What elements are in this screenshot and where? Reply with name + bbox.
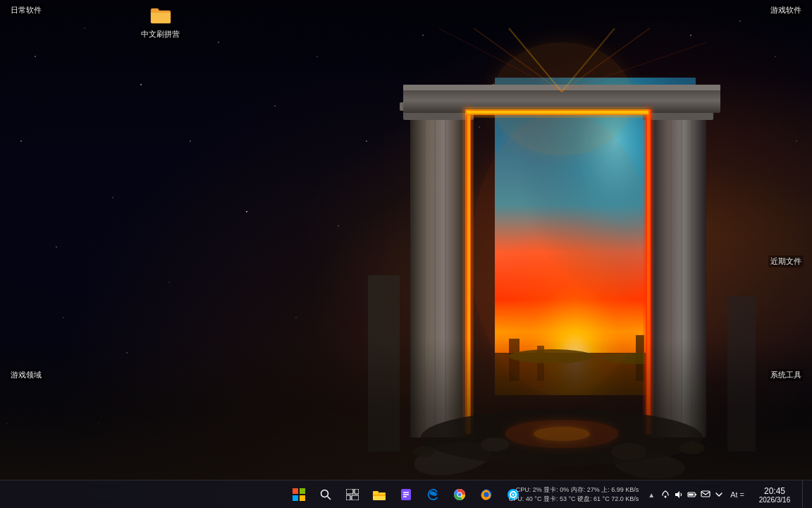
svg-point-16 [63, 317, 63, 318]
svg-line-83 [328, 496, 331, 500]
svg-point-15 [126, 352, 128, 353]
svg-rect-80 [293, 495, 298, 501]
input-method-text: At = [730, 490, 744, 499]
taskview-button[interactable] [340, 482, 365, 507]
taskbar: CPU: 2% 显卡: 0% 内存: 27% 上: 6.99 KB/s CPU:… [0, 480, 812, 508]
search-button[interactable] [313, 482, 338, 507]
svg-rect-87 [352, 495, 359, 500]
tray-message-icon[interactable] [700, 489, 711, 500]
desktop-icon-game-zone[interactable]: 游戏领域 [7, 368, 99, 382]
clock-area[interactable]: 20:45 2026/3/16 [750, 486, 799, 504]
svg-point-23 [739, 20, 741, 22]
desktop-icon-diary-software[interactable]: 日常软件 [7, 3, 99, 18]
tray-icons [660, 489, 725, 500]
tray-network-icon[interactable] [660, 489, 671, 500]
chrome-button[interactable] [447, 482, 472, 507]
desktop-icon-games-software[interactable]: 游戏软件 [713, 3, 805, 18]
svg-point-13 [246, 211, 247, 212]
tray-volume-icon[interactable] [673, 489, 684, 500]
svg-point-1 [84, 28, 85, 28]
svg-point-18 [338, 225, 338, 226]
show-desktop-button[interactable] [802, 480, 806, 508]
notepad-button[interactable] [393, 482, 419, 507]
svg-rect-58 [647, 109, 650, 434]
svg-marker-106 [675, 491, 679, 498]
svg-rect-60 [467, 111, 648, 114]
svg-rect-78 [293, 488, 298, 494]
svg-point-75 [611, 443, 646, 460]
folder-icon-chinese [149, 4, 172, 27]
edge-button[interactable] [420, 482, 445, 507]
start-button[interactable] [286, 482, 312, 507]
svg-rect-81 [300, 495, 305, 501]
svg-point-0 [35, 56, 36, 57]
svg-point-17 [190, 140, 191, 142]
portal-arch [368, 28, 756, 487]
svg-point-77 [679, 442, 705, 454]
svg-rect-110 [701, 491, 710, 497]
svg-rect-90 [373, 495, 386, 496]
svg-point-4 [274, 105, 276, 107]
desktop: 日常软件 中文刷拼营 游戏软件 游戏领域 近期文件 系统工具 [0, 0, 812, 508]
svg-point-24 [775, 56, 775, 56]
svg-point-105 [665, 496, 667, 498]
svg-point-5 [316, 56, 317, 56]
tray-battery-icon[interactable] [687, 489, 698, 500]
svg-point-100 [484, 492, 489, 497]
svg-rect-84 [346, 489, 353, 494]
tray-expand-button[interactable]: ▲ [646, 490, 657, 500]
svg-rect-39 [410, 113, 467, 437]
svg-rect-79 [300, 488, 305, 494]
svg-rect-108 [695, 494, 696, 495]
svg-rect-53 [403, 88, 720, 113]
input-method-indicator[interactable]: At = [727, 490, 747, 499]
explorer-button[interactable] [367, 482, 392, 507]
svg-rect-54 [403, 85, 720, 90]
svg-rect-46 [650, 113, 706, 437]
svg-point-82 [321, 490, 328, 497]
svg-rect-85 [355, 489, 359, 494]
taskbar-center [286, 482, 526, 507]
desktop-icon-recent-files[interactable]: 近期文件 [713, 254, 805, 269]
svg-point-73 [534, 427, 590, 441]
svg-point-2 [140, 84, 142, 85]
system-info-line1: CPU: 2% 显卡: 0% 内存: 27% 上: 6.99 KB/s [509, 485, 639, 495]
svg-point-11 [112, 197, 113, 198]
svg-rect-109 [689, 494, 694, 496]
desktop-icon-chinese-camp[interactable]: 中文刷拼营 [137, 3, 183, 42]
svg-point-74 [481, 437, 509, 452]
svg-point-19 [6, 423, 8, 424]
svg-rect-56 [467, 109, 470, 434]
svg-rect-91 [379, 492, 386, 495]
svg-point-14 [295, 317, 296, 318]
svg-point-20 [98, 423, 99, 423]
svg-point-98 [458, 492, 462, 496]
clock-date: 2026/3/16 [759, 496, 791, 504]
svg-point-6 [366, 140, 367, 142]
firefox-button[interactable] [474, 482, 499, 507]
svg-point-12 [168, 282, 169, 282]
svg-point-10 [56, 246, 56, 247]
svg-point-25 [796, 140, 796, 141]
system-info-line2: CPU: 40 °C 显卡: 53 °C 硬盘: 61 °C 72.0 KB/s [509, 495, 639, 504]
svg-rect-67 [368, 275, 400, 452]
svg-point-9 [20, 140, 22, 142]
desktop-icon-system-tools[interactable]: 系统工具 [713, 368, 805, 382]
tray-arrow-icon[interactable] [713, 489, 725, 500]
clock-time: 20:45 [764, 486, 785, 496]
svg-rect-86 [346, 495, 350, 500]
system-info: CPU: 2% 显卡: 0% 内存: 27% 上: 6.99 KB/s CPU:… [509, 485, 639, 503]
svg-point-76 [414, 446, 435, 457]
svg-point-3 [218, 42, 219, 42]
system-tray: CPU: 2% 显卡: 0% 内存: 27% 上: 6.99 KB/s CPU:… [509, 480, 812, 508]
